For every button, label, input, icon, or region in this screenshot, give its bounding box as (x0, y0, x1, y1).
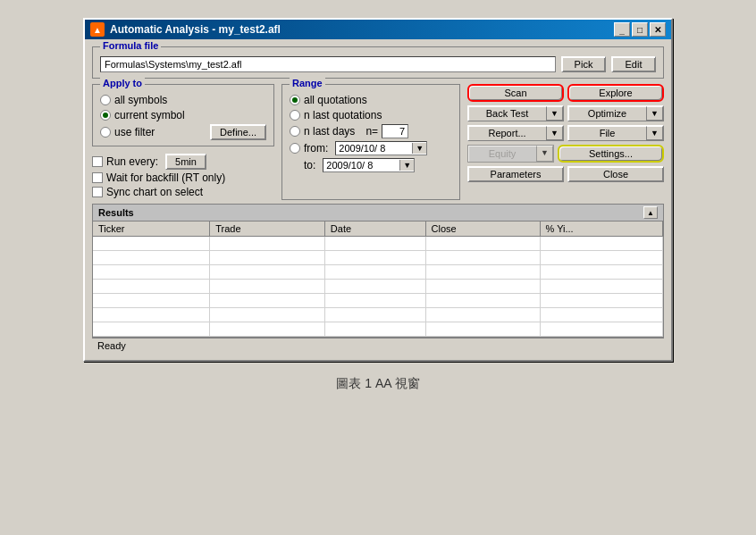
current-symbol-radio[interactable] (100, 110, 111, 121)
row3-buttons: Report... ▼ File ▼ (467, 125, 664, 141)
optimize-split: Optimize ▼ (567, 105, 664, 121)
right-buttons-panel: Scan Explore Back Test ▼ Optimize ▼ (467, 84, 664, 200)
title-bar: ▲ Automatic Analysis - my_test2.afl _ □ … (85, 20, 671, 39)
to-date-combo[interactable]: ▼ (323, 158, 415, 172)
range-options: all quotations n last quotations n last … (290, 94, 452, 172)
from-date-dropdown[interactable]: ▼ (412, 143, 426, 154)
status-text: Ready (97, 340, 126, 351)
report-button[interactable]: Report... (468, 126, 546, 140)
results-collapse-button[interactable]: ▲ (643, 206, 658, 219)
results-tbody (93, 237, 663, 337)
main-window: ▲ Automatic Analysis - my_test2.afl _ □ … (83, 18, 673, 362)
current-symbol-row: current symbol (100, 109, 266, 121)
title-buttons: _ □ ✕ (614, 22, 666, 37)
range-label: Range (290, 78, 325, 88)
table-header-row: Ticker Trade Date Close % Yi... (93, 222, 663, 237)
results-label: Results (98, 207, 134, 218)
table-row (93, 308, 663, 322)
wait-backfill-row: Wait for backfill (RT only) (92, 171, 274, 184)
caption: 圖表 1 AA 視窗 (336, 376, 419, 392)
all-symbols-row: all symbols (100, 94, 266, 106)
from-radio[interactable] (290, 143, 300, 154)
main-area: Apply to all symbols current symbol u (92, 84, 664, 200)
equity-arrow[interactable]: ▼ (536, 146, 553, 162)
wait-backfill-checkbox[interactable] (92, 172, 103, 183)
results-table: Ticker Trade Date Close % Yi... (93, 222, 663, 337)
all-symbols-label: all symbols (114, 94, 167, 106)
all-quotations-row: all quotations (290, 94, 452, 106)
n-last-quotations-radio[interactable] (290, 110, 300, 121)
col-pct-yi: % Yi... (540, 222, 663, 237)
run-every-checkbox[interactable] (92, 156, 103, 167)
pick-button[interactable]: Pick (561, 56, 606, 72)
report-split: Report... ▼ (467, 125, 564, 141)
run-every-value[interactable]: 5min (165, 154, 206, 170)
close-window-button[interactable]: ✕ (650, 22, 666, 37)
formula-file-group: Formula file Pick Edit (92, 46, 664, 79)
report-arrow[interactable]: ▼ (546, 126, 563, 140)
equity-split: Equity ▼ (467, 145, 554, 163)
settings-button[interactable]: Settings... (558, 145, 664, 163)
optimize-arrow[interactable]: ▼ (646, 106, 663, 121)
minimize-button[interactable]: _ (614, 22, 630, 37)
range-group: Range all quotations n last quotations n… (281, 84, 460, 200)
explore-button[interactable]: Explore (567, 84, 664, 102)
maximize-button[interactable]: □ (632, 22, 648, 37)
title-bar-left: ▲ Automatic Analysis - my_test2.afl (90, 22, 281, 37)
back-test-split: Back Test ▼ (467, 105, 564, 121)
optimize-button[interactable]: Optimize (568, 106, 646, 121)
col-trade: Trade (210, 222, 325, 237)
back-test-arrow[interactable]: ▼ (546, 106, 563, 121)
col-close: Close (425, 222, 540, 237)
n-equals-label: n= (365, 125, 378, 138)
n-last-days-label: n last days (304, 125, 355, 138)
to-label: to: (304, 159, 315, 171)
formula-file-input[interactable] (100, 56, 556, 72)
to-date-dropdown[interactable]: ▼ (399, 160, 414, 171)
content-area: Formula file Pick Edit Apply to all symb… (85, 39, 671, 360)
use-filter-row: use filter Define... (100, 124, 266, 140)
wait-backfill-label: Wait for backfill (RT only) (106, 171, 225, 184)
checkboxes-area: Run every: 5min Wait for backfill (RT on… (92, 152, 274, 200)
current-symbol-label: current symbol (114, 109, 185, 121)
table-row (93, 251, 663, 265)
parameters-button[interactable]: Parameters (467, 166, 564, 182)
close-button[interactable]: Close (567, 166, 664, 182)
all-quotations-radio[interactable] (290, 95, 300, 105)
app-icon: ▲ (90, 22, 105, 37)
n-last-quotations-row: n last quotations (290, 109, 452, 121)
formula-file-label: Formula file (100, 40, 161, 51)
n-value-input[interactable] (382, 124, 408, 138)
results-table-wrapper: Ticker Trade Date Close % Yi... (92, 221, 664, 338)
equity-button[interactable]: Equity (468, 146, 536, 162)
scan-button[interactable]: Scan (467, 84, 564, 102)
edit-button[interactable]: Edit (611, 56, 656, 72)
file-arrow[interactable]: ▼ (646, 126, 663, 140)
window-title: Automatic Analysis - my_test2.afl (110, 23, 281, 36)
status-bar: Ready (92, 338, 664, 353)
run-every-label: Run every: (106, 155, 158, 168)
table-row (93, 322, 663, 337)
use-filter-radio[interactable] (100, 127, 111, 138)
run-every-row: Run every: 5min (92, 154, 274, 170)
n-last-days-radio[interactable] (290, 126, 300, 137)
col-ticker: Ticker (93, 222, 210, 237)
table-row (93, 265, 663, 280)
to-date-input[interactable] (323, 159, 399, 171)
row4-buttons: Equity ▼ Settings... (467, 145, 664, 163)
file-button[interactable]: File (568, 126, 646, 140)
from-label: from: (304, 142, 328, 155)
row1-buttons: Scan Explore (467, 84, 664, 102)
sync-chart-checkbox[interactable] (92, 187, 103, 197)
define-button[interactable]: Define... (210, 124, 266, 140)
all-symbols-radio[interactable] (100, 95, 111, 105)
row5-buttons: Parameters Close (467, 166, 664, 182)
table-row (93, 237, 663, 251)
from-date-input[interactable] (336, 142, 412, 155)
formula-row: Pick Edit (100, 56, 656, 72)
back-test-button[interactable]: Back Test (468, 106, 546, 121)
from-date-combo[interactable]: ▼ (335, 141, 427, 155)
file-split: File ▼ (567, 125, 664, 141)
left-panel: Apply to all symbols current symbol u (92, 84, 274, 200)
apply-to-radio-group: all symbols current symbol use filter De… (100, 94, 266, 140)
